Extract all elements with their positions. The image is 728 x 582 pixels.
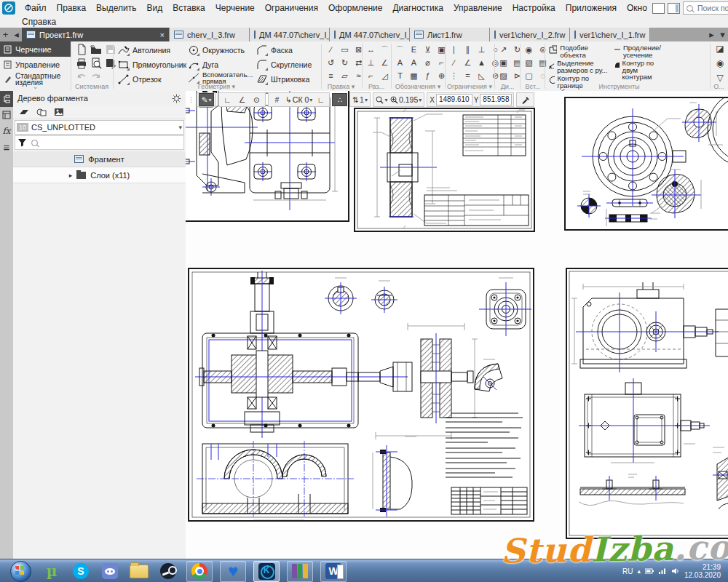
tool-similar-object[interactable]: Подобие объекта: [548, 44, 609, 58]
styles-button[interactable]: ✎▾: [199, 93, 214, 106]
notation-tool-icon[interactable]: Е: [408, 44, 419, 55]
notation-tool-icon[interactable]: А: [395, 57, 405, 68]
menu-item[interactable]: Вставка: [167, 1, 210, 15]
snap-ortho-button[interactable]: ∟: [221, 94, 234, 105]
x-coordinate-value[interactable]: 1489.610: [436, 94, 472, 105]
modes-collapse-chevron[interactable]: ⌄: [0, 84, 71, 91]
menu-item[interactable]: Оформление: [323, 1, 387, 15]
undo-icon[interactable]: [76, 71, 87, 83]
diagnostics-tool-icon[interactable]: ▤: [512, 57, 523, 68]
current-style-dropdown[interactable]: 10 CS_UNPLOTTED ▾: [15, 120, 184, 135]
sheet-housing-views[interactable]: [566, 268, 728, 539]
notation-tool-icon[interactable]: T: [395, 71, 405, 81]
tabs-overflow[interactable]: ▾: [717, 28, 728, 41]
tool-fillet[interactable]: Скругление: [256, 58, 312, 71]
save-as-icon[interactable]: [105, 57, 116, 69]
diagnostics-tool-icon[interactable]: ↗: [498, 44, 509, 55]
tabs-scroll-right[interactable]: ▸: [706, 28, 717, 41]
edit-tool-icon[interactable]: ↺: [325, 57, 336, 68]
corner-mode-button[interactable]: ∟: [314, 94, 328, 105]
o-tool-icon-1[interactable]: ◪: [714, 44, 726, 54]
edit-tool-icon[interactable]: ∕: [325, 44, 336, 55]
image-view-icon[interactable]: [54, 108, 64, 116]
o-tool-icon-2[interactable]: ◉: [714, 58, 726, 68]
sheet-top-left[interactable]: [186, 91, 349, 222]
constraint-tool-icon[interactable]: ∣: [448, 44, 459, 55]
insert-tool-icon[interactable]: ◌: [537, 71, 548, 81]
tab-list1[interactable]: Лист1.frw: [410, 28, 490, 41]
notation-tool-icon[interactable]: ⊻: [422, 44, 433, 55]
tab-dm-cherv2[interactable]: ДМ 447.07\cherv_I_2....: [250, 28, 330, 41]
notation-tool-icon[interactable]: А: [408, 57, 419, 68]
toolbar-grip-icon[interactable]: ⋮: [188, 96, 194, 103]
constraint-tool-icon[interactable]: ▲: [476, 57, 487, 68]
diagnostics-tool-icon[interactable]: ↻: [512, 44, 523, 55]
edit-tool-icon[interactable]: ↻: [339, 57, 350, 68]
tool-select-dims[interactable]: Выделение размеров с ру...: [548, 60, 609, 73]
grid-button[interactable]: #: [270, 94, 284, 105]
print-preview-icon[interactable]: [90, 57, 102, 69]
fx-variables-icon[interactable]: fx: [0, 123, 13, 139]
layer-flag-icon[interactable]: [19, 108, 29, 116]
taskbar-steam-icon[interactable]: [156, 562, 181, 581]
redo-icon[interactable]: [90, 71, 102, 83]
constraint-tool-icon[interactable]: ◺: [476, 71, 487, 81]
taskbar-heart-app-icon[interactable]: ♥: [220, 561, 246, 582]
open-document-icon[interactable]: [90, 44, 102, 55]
print-icon[interactable]: [76, 57, 87, 69]
layout-icon[interactable]: [652, 3, 665, 14]
insert-tool-icon[interactable]: ⊚: [537, 44, 548, 55]
tree-item-layers[interactable]: ▸ Слои (x11): [13, 167, 186, 183]
diagnostics-tool-icon[interactable]: ▨: [498, 71, 509, 81]
dimension-tool-icon[interactable]: ∠: [379, 57, 390, 68]
layers-panel-icon[interactable]: ≡: [0, 139, 13, 155]
mode-management[interactable]: Управление: [0, 57, 71, 72]
menu-item[interactable]: Приложения: [561, 1, 622, 15]
parameters-panel-icon[interactable]: [0, 107, 13, 123]
drawing-canvas[interactable]: ⋮ ✎▾ ∟ ∠ ⊙ # ↳ СК 0 ▾ ∟: [186, 91, 728, 559]
zoom-tool-dropdown[interactable]: ▾: [375, 94, 389, 105]
snaps-settings-button[interactable]: ∴: [332, 93, 347, 106]
tab-ver1-cherv2[interactable]: ver1\cherv_I_2.frw: [490, 28, 570, 41]
network-icon[interactable]: [658, 567, 667, 575]
menu-item[interactable]: Черчение: [210, 1, 260, 15]
y-coordinate-value[interactable]: 851.958: [480, 94, 512, 105]
constraint-tool-icon[interactable]: ∕: [448, 57, 459, 68]
constraint-tool-icon[interactable]: =: [462, 71, 473, 81]
menu-item[interactable]: Диагностика: [387, 1, 448, 15]
tab-close-icon[interactable]: ×: [160, 31, 165, 39]
tabs-scroll-left[interactable]: ◂: [11, 28, 22, 41]
tool-circle[interactable]: Окружность: [188, 44, 245, 57]
constraint-tool-icon[interactable]: ∠: [462, 57, 473, 68]
menu-item[interactable]: Управление: [448, 1, 507, 15]
insert-tool-icon[interactable]: ◉: [523, 44, 534, 55]
o-tool-icon-3[interactable]: ▽: [714, 73, 726, 83]
dimension-tool-icon[interactable]: ⌒: [379, 44, 390, 55]
taskbar-explorer-icon[interactable]: [127, 562, 151, 581]
tab-dm-cherv1[interactable]: ДМ 447.07\cherv_I_1....: [330, 28, 410, 41]
constraint-tool-icon[interactable]: ⋮: [448, 71, 459, 81]
expand-arrow-icon[interactable]: ▸: [69, 172, 73, 179]
tool-arc[interactable]: Дуга: [188, 58, 218, 71]
snap-point-button[interactable]: ⊙: [250, 94, 264, 105]
edit-tool-icon[interactable]: ▱: [339, 71, 350, 81]
dimension-tool-icon[interactable]: ⌐: [365, 71, 376, 81]
menu-item[interactable]: Файл: [20, 1, 52, 15]
panels-icon[interactable]: [668, 3, 680, 14]
select-shape-icon[interactable]: [36, 108, 47, 116]
mode-drawing[interactable]: Черчение: [0, 41, 71, 57]
insert-tool-icon[interactable]: ▢: [523, 71, 534, 81]
taskbar-chrome-icon[interactable]: [186, 561, 213, 582]
tool-contour-two[interactable]: Контур по двум контурам: [614, 60, 666, 81]
search-input[interactable]: [696, 3, 728, 13]
menu-item[interactable]: Настройка: [507, 1, 561, 15]
menu-item[interactable]: Выделить: [91, 1, 141, 15]
sheet-flange-details[interactable]: [564, 97, 728, 231]
start-button[interactable]: [10, 561, 31, 582]
notation-tool-icon[interactable]: ƒ: [422, 71, 433, 81]
menu-item[interactable]: Правка: [52, 1, 92, 15]
edit-tool-icon[interactable]: ▭: [339, 44, 350, 55]
edit-tool-icon[interactable]: ≡: [325, 71, 336, 81]
taskbar-winrar-icon[interactable]: [287, 561, 313, 582]
eyedropper-button[interactable]: [518, 94, 532, 105]
